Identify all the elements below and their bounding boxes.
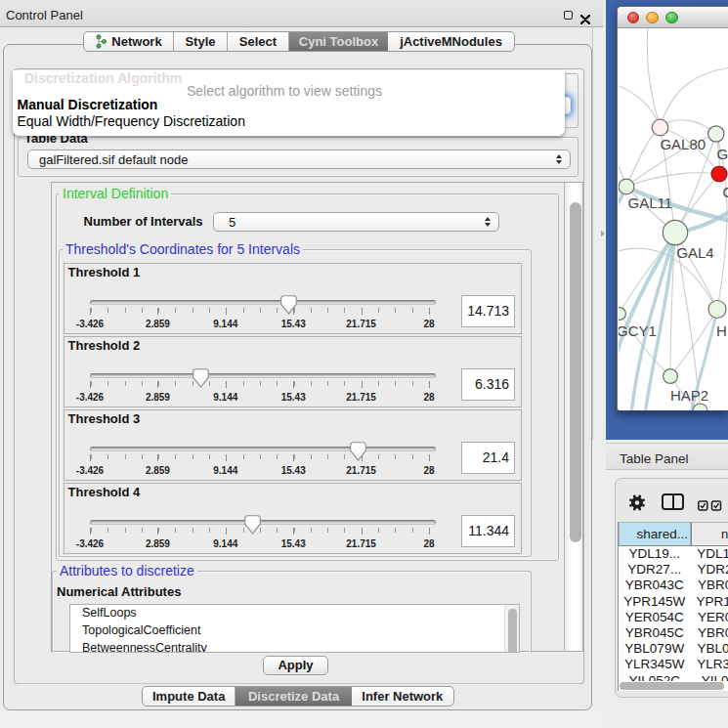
svg-text:GAL80: GAL80 xyxy=(660,136,706,152)
svg-text:HAP2: HAP2 xyxy=(670,387,708,404)
svg-text:GAL4: GAL4 xyxy=(676,244,713,261)
svg-text:GAL11: GAL11 xyxy=(628,193,673,210)
svg-text:H: H xyxy=(716,322,727,339)
svg-text:C: C xyxy=(722,184,728,200)
svg-text:GA: GA xyxy=(717,146,728,162)
svg-text:GCY1: GCY1 xyxy=(619,322,657,339)
